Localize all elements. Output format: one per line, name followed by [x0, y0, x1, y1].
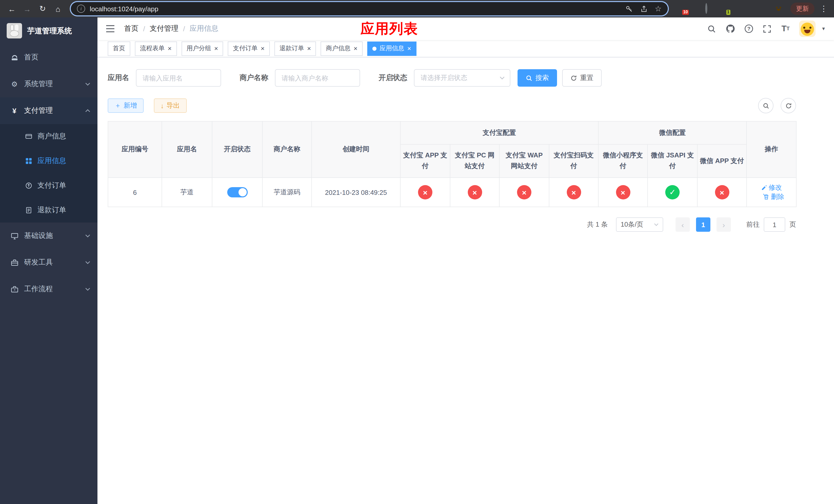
page-title: 应用列表 — [360, 20, 418, 38]
page-size-select[interactable]: 10条/页 — [616, 217, 663, 232]
search-icon[interactable] — [707, 24, 717, 33]
sidebar-item-pay-orders[interactable]: 支付订单 — [0, 173, 97, 198]
sidebar-item-label: 研发工具 — [24, 258, 53, 267]
extension-dark-circle-icon[interactable] — [705, 4, 714, 13]
tab-home[interactable]: 首页 — [108, 41, 130, 55]
home-button[interactable]: ⌂ — [51, 2, 65, 15]
sidebar-item-workflow[interactable]: 工作流程 — [0, 276, 97, 302]
tab-process-form[interactable]: 流程表单 × — [135, 41, 177, 55]
sidebar-item-home[interactable]: 首页 — [0, 44, 97, 71]
sidebar-item-dev-tools[interactable]: 研发工具 — [0, 249, 97, 276]
config-status-wechat-app — [715, 185, 729, 200]
back-button[interactable]: ← — [5, 2, 19, 15]
tab-merchant-info[interactable]: 商户信息 × — [321, 41, 363, 55]
extension-avatar-icon[interactable]: 1 — [719, 4, 728, 13]
current-page-button[interactable]: 1 — [696, 217, 710, 232]
reload-button[interactable]: ↻ — [36, 2, 49, 15]
sidebar-item-merchant-info[interactable]: 商户信息 — [0, 124, 97, 149]
col-merchant: 商户名称 — [262, 121, 312, 178]
goto-suffix: 页 — [789, 220, 796, 229]
col-alipay-wap: 支付宝 WAP 网站支付 — [499, 144, 549, 178]
breadcrumb-home[interactable]: 首页 — [124, 24, 138, 33]
forward-button[interactable]: → — [21, 2, 34, 15]
extension-grid-icon[interactable]: 10 — [677, 4, 686, 13]
merchant-name-input[interactable] — [275, 69, 360, 87]
tab-pay-orders[interactable]: 支付订单 × — [228, 41, 269, 55]
extension-emoji-icon[interactable] — [774, 4, 783, 13]
status-toggle[interactable] — [227, 187, 247, 198]
sidebar-item-system[interactable]: ⚙ 系统管理 — [0, 71, 97, 97]
fullscreen-icon[interactable] — [762, 24, 772, 33]
chevron-down-icon — [654, 223, 659, 226]
sidebar-item-label: 支付管理 — [24, 106, 53, 115]
caret-down-icon[interactable]: ▼ — [821, 26, 826, 31]
add-button-label: 新增 — [124, 101, 137, 110]
extension-badge: 1 — [726, 10, 730, 15]
extensions-row: 10 1 — [677, 4, 783, 13]
reset-button[interactable]: 重置 — [562, 69, 602, 87]
close-icon[interactable]: × — [214, 45, 218, 52]
toggle-search-icon[interactable] — [758, 98, 773, 113]
search-button[interactable]: 搜索 — [518, 69, 557, 87]
close-icon[interactable]: × — [168, 45, 172, 52]
config-status-wechat-jsapi — [665, 185, 680, 200]
extension-chat-icon[interactable] — [746, 4, 755, 13]
close-icon[interactable]: × — [261, 45, 264, 52]
share-icon[interactable] — [640, 5, 648, 13]
goto-page-input[interactable] — [764, 217, 785, 232]
extension-wechat-dev-icon[interactable] — [732, 4, 742, 13]
sidebar-item-infrastructure[interactable]: 基础设施 — [0, 223, 97, 249]
delete-link[interactable]: 删除 — [763, 192, 784, 202]
close-icon[interactable]: × — [354, 45, 357, 52]
next-page-button[interactable]: › — [717, 217, 731, 232]
edit-link[interactable]: 修改 — [761, 183, 782, 192]
sidebar: 芋道管理系统 首页 ⚙ 系统管理 ¥ 支付管理 — [0, 18, 97, 504]
bookmark-star-icon[interactable]: ☆ — [655, 4, 662, 13]
tab-app-info[interactable]: 应用信息 × — [367, 41, 416, 55]
tab-user-group[interactable]: 用户分组 × — [181, 41, 223, 55]
app-name-label: 应用名 — [108, 73, 129, 83]
sidebar-item-refund-orders[interactable]: 退款订单 — [0, 198, 97, 223]
sidebar-item-payment[interactable]: ¥ 支付管理 — [0, 97, 97, 124]
address-bar[interactable]: i localhost:1024/pay/app ☆ — [71, 2, 668, 15]
sidebar-item-app-info[interactable]: 应用信息 — [0, 149, 97, 173]
prev-page-button[interactable]: ‹ — [676, 217, 690, 232]
extension-drop-icon[interactable] — [691, 4, 700, 13]
refresh-icon[interactable] — [781, 98, 796, 113]
browser-toolbar: ← → ↻ ⌂ i localhost:1024/pay/app ☆ — [0, 0, 834, 18]
filter-form: 应用名 商户名称 开启状态 请选择开启状态 搜索 重置 — [108, 69, 796, 87]
app-name-input[interactable] — [136, 69, 221, 87]
password-key-icon[interactable] — [625, 5, 633, 13]
workflow-icon — [10, 285, 19, 293]
cell-merchant: 芋道源码 — [262, 178, 312, 207]
tab-refund-orders[interactable]: 退款订单 × — [275, 41, 316, 55]
tab-label: 退款订单 — [280, 44, 304, 53]
extension-puzzle-icon[interactable] — [760, 4, 769, 13]
col-wechat-mini: 微信小程序支付 — [598, 144, 648, 178]
sidebar-item-label: 工作流程 — [24, 284, 53, 294]
goto-prefix: 前往 — [746, 220, 760, 229]
status-select-placeholder: 请选择开启状态 — [421, 73, 467, 83]
github-icon[interactable] — [725, 24, 735, 33]
site-info-icon[interactable]: i — [77, 5, 85, 13]
add-button[interactable]: ＋ 新增 — [108, 98, 144, 113]
status-select[interactable]: 请选择开启状态 — [414, 69, 510, 87]
cell-created: 2021-10-23 08:49:25 — [312, 178, 400, 207]
chevron-up-icon — [85, 109, 90, 112]
tab-label: 支付订单 — [233, 44, 258, 53]
font-size-icon[interactable]: TT — [781, 24, 790, 33]
export-button[interactable]: ↓ 导出 — [154, 98, 186, 113]
avatar[interactable] — [799, 21, 815, 37]
browser-update-button[interactable]: 更新 — [790, 3, 814, 15]
sidebar-collapse-icon[interactable] — [106, 24, 116, 34]
header-actions: ? TT ▼ — [707, 21, 826, 37]
browser-menu-icon[interactable]: ⋮ — [819, 4, 829, 13]
breadcrumb-payment[interactable]: 支付管理 — [150, 24, 178, 33]
close-icon[interactable]: × — [307, 45, 311, 52]
active-dot — [372, 46, 376, 50]
close-icon[interactable]: × — [407, 45, 411, 52]
reset-button-label: 重置 — [580, 73, 593, 83]
app-logo-row[interactable]: 芋道管理系统 — [0, 18, 97, 44]
help-icon[interactable]: ? — [744, 24, 753, 33]
col-alipay-pc: 支付宝 PC 网站支付 — [450, 144, 499, 178]
